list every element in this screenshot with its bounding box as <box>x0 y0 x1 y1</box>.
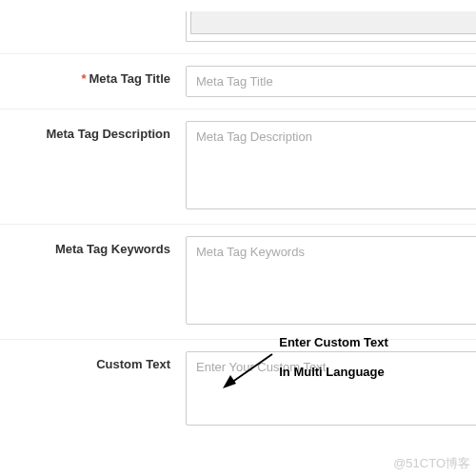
row-meta-description: Meta Tag Description <box>0 109 476 225</box>
editor-statusbar <box>190 11 476 34</box>
editor-label-empty <box>0 11 186 17</box>
required-marker: * <box>81 71 86 86</box>
meta-description-textarea[interactable] <box>186 121 476 209</box>
row-meta-title: *Meta Tag Title <box>0 54 476 109</box>
label-meta-title-text: Meta Tag Title <box>89 71 170 86</box>
meta-title-input[interactable] <box>186 66 476 97</box>
row-custom-text: Custom Text <box>0 340 476 440</box>
label-meta-keywords: Meta Tag Keywords <box>0 236 186 256</box>
form-settings: *Meta Tag Title Meta Tag Description Met… <box>0 0 476 440</box>
editor-field-col <box>186 11 476 42</box>
custom-text-textarea[interactable] <box>186 351 476 426</box>
label-meta-description: Meta Tag Description <box>0 121 186 141</box>
label-custom-text: Custom Text <box>0 351 186 371</box>
watermark: @51CTO博客 <box>393 455 470 472</box>
label-meta-title: *Meta Tag Title <box>0 66 186 86</box>
editor-container-bottom <box>186 11 476 42</box>
row-editor-bottom <box>0 0 476 54</box>
meta-keywords-textarea[interactable] <box>186 236 476 325</box>
row-meta-keywords: Meta Tag Keywords <box>0 225 476 340</box>
